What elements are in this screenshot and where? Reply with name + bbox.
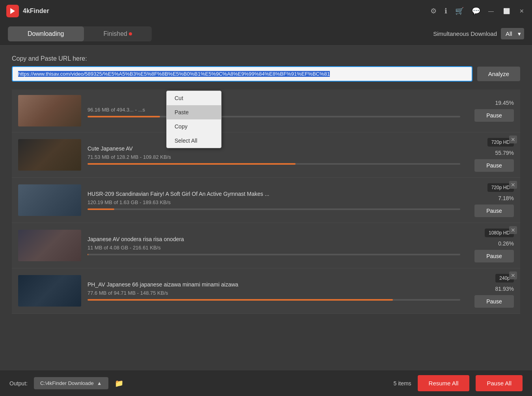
chat-icon[interactable]: 💬 <box>472 7 480 15</box>
progress-bar <box>87 299 393 301</box>
progress-bar <box>87 116 160 117</box>
downloads-list: 96.16 MB of 494.3... - ...s 19.45% Pause… <box>12 89 520 314</box>
context-menu: Cut Paste Copy Select All <box>166 91 221 148</box>
percent-text: 0.26% <box>498 240 514 247</box>
app-logo <box>6 5 19 17</box>
close-button[interactable]: ✕ <box>509 136 517 143</box>
download-right: 1080p HD 0.26% Pause <box>467 229 514 262</box>
pause-button[interactable]: Pause <box>474 159 514 172</box>
context-select-all[interactable]: Select All <box>167 134 221 148</box>
percent-text: 81.93% <box>495 286 514 292</box>
main-content: Copy and Paste URL here: Analyze 96.16 M… <box>0 46 532 314</box>
close-button[interactable]: ✕ <box>509 271 517 279</box>
tab-group: Downloading Finished <box>8 26 152 41</box>
maximize-button[interactable]: ⬜ <box>502 6 512 16</box>
minimize-button[interactable]: — <box>487 6 495 16</box>
url-row: Analyze <box>12 66 520 82</box>
output-path-text: C:\4kFinder Downloade <box>40 380 94 386</box>
title-bar-icons: ⚙ ℹ 🛒 💬 <box>430 7 480 15</box>
download-size: 120.19 MB of 1.63 GB - 189.63 KB/s <box>87 199 460 205</box>
folder-icon[interactable]: 📁 <box>115 379 123 388</box>
analyze-button[interactable]: Analyze <box>477 67 520 81</box>
download-item: HUSR-209 Scandinavian Fairy! A Soft Girl… <box>12 178 520 223</box>
download-right: 19.45% Pause <box>467 100 514 122</box>
percent-text: 7.18% <box>498 195 514 201</box>
progress-bar-wrap <box>87 254 460 255</box>
progress-bar-wrap <box>87 116 460 117</box>
url-label: Copy and Paste URL here: <box>12 55 520 62</box>
title-bar-controls: — ⬜ ✕ <box>487 6 526 16</box>
download-item: Japanese AV onodera risa risa onodera 11… <box>12 223 520 268</box>
pause-button[interactable]: Pause <box>474 205 514 217</box>
output-label: Output: <box>9 380 28 387</box>
nav-bar: Downloading Finished Simultaneous Downlo… <box>0 22 532 46</box>
simultaneous-label: Simultaneous Download <box>433 30 497 37</box>
url-input[interactable] <box>12 66 472 82</box>
close-button[interactable]: ✕ <box>509 181 517 189</box>
pause-button[interactable]: Pause <box>474 109 514 122</box>
download-title: PH_AV Japanese 66 japanese aizawa minami… <box>87 281 460 288</box>
progress-bar <box>87 254 88 255</box>
download-thumb <box>18 95 81 126</box>
progress-bar-wrap <box>87 208 460 210</box>
simultaneous-select[interactable]: All 1 2 3 4 5 <box>501 28 524 39</box>
app-title: 4kFinder <box>23 7 49 15</box>
simultaneous-section: Simultaneous Download All 1 2 3 4 5 <box>433 28 524 39</box>
percent-text: 19.45% <box>495 100 514 106</box>
close-button[interactable]: ✕ <box>518 6 526 16</box>
download-thumb <box>18 184 81 216</box>
progress-bar <box>87 208 114 210</box>
pause-button[interactable]: Pause <box>474 295 514 308</box>
download-title: Japanese AV onodera risa risa onodera <box>87 236 460 242</box>
download-size: 77.6 MB of 94.71 MB - 148.75 KB/s <box>87 290 460 296</box>
context-copy[interactable]: Copy <box>167 119 221 134</box>
download-info: Japanese AV onodera risa risa onodera 11… <box>87 236 460 255</box>
finished-dot <box>129 32 132 35</box>
download-item: Cute Japanese AV 71.53 MB of 128.2 MB - … <box>12 132 520 178</box>
bottom-bar: Output: C:\4kFinder Downloade ▲ 📁 5 item… <box>0 370 532 396</box>
download-info: 96.16 MB of 494.3... - ...s <box>87 104 460 117</box>
download-size: 71.53 MB of 128.2 MB - 109.82 KB/s <box>87 154 460 160</box>
download-info: Cute Japanese AV 71.53 MB of 128.2 MB - … <box>87 145 460 165</box>
download-title: Cute Japanese AV <box>87 145 460 152</box>
cart-icon[interactable]: 🛒 <box>455 7 464 15</box>
info-icon[interactable]: ℹ <box>445 7 447 15</box>
svg-marker-0 <box>10 8 15 14</box>
download-info: HUSR-209 Scandinavian Fairy! A Soft Girl… <box>87 191 460 210</box>
resume-all-button[interactable]: Resume All <box>418 375 470 391</box>
percent-text: 55.79% <box>495 150 514 156</box>
download-size: 11 MB of 4.08 GB - 216.61 KB/s <box>87 245 460 251</box>
context-paste[interactable]: Paste <box>167 105 221 119</box>
progress-bar <box>87 163 296 165</box>
download-item: PH_AV Japanese 66 japanese aizawa minami… <box>12 268 520 314</box>
path-arrow-icon: ▲ <box>97 380 102 386</box>
close-button[interactable]: ✕ <box>509 226 517 234</box>
simultaneous-select-wrap[interactable]: All 1 2 3 4 5 <box>501 28 524 39</box>
download-info: PH_AV Japanese 66 japanese aizawa minami… <box>87 281 460 301</box>
progress-bar-wrap <box>87 299 460 301</box>
progress-bar-wrap <box>87 163 460 165</box>
download-thumb <box>18 139 81 171</box>
download-right: 720p HD 55.79% Pause <box>467 138 514 172</box>
tab-downloading[interactable]: Downloading <box>8 26 84 41</box>
download-thumb <box>18 230 81 261</box>
title-bar: 4kFinder ⚙ ℹ 🛒 💬 — ⬜ ✕ <box>0 0 532 22</box>
download-right: 240p 81.93% Pause <box>467 274 514 308</box>
settings-icon[interactable]: ⚙ <box>430 7 437 15</box>
download-item: 96.16 MB of 494.3... - ...s 19.45% Pause <box>12 89 520 132</box>
url-section: Copy and Paste URL here: Analyze <box>12 55 520 82</box>
download-title: HUSR-209 Scandinavian Fairy! A Soft Girl… <box>87 191 460 197</box>
pause-all-button[interactable]: Pause All <box>476 375 523 391</box>
pause-button[interactable]: Pause <box>474 250 514 262</box>
download-size: 96.16 MB of 494.3... - ...s <box>87 107 460 113</box>
download-right: 720p HD 7.18% Pause <box>467 183 514 217</box>
download-thumb <box>18 275 81 307</box>
output-path: C:\4kFinder Downloade ▲ <box>34 377 108 389</box>
tab-finished[interactable]: Finished <box>84 26 152 41</box>
items-count: 5 items <box>393 380 411 387</box>
context-cut[interactable]: Cut <box>167 91 221 105</box>
